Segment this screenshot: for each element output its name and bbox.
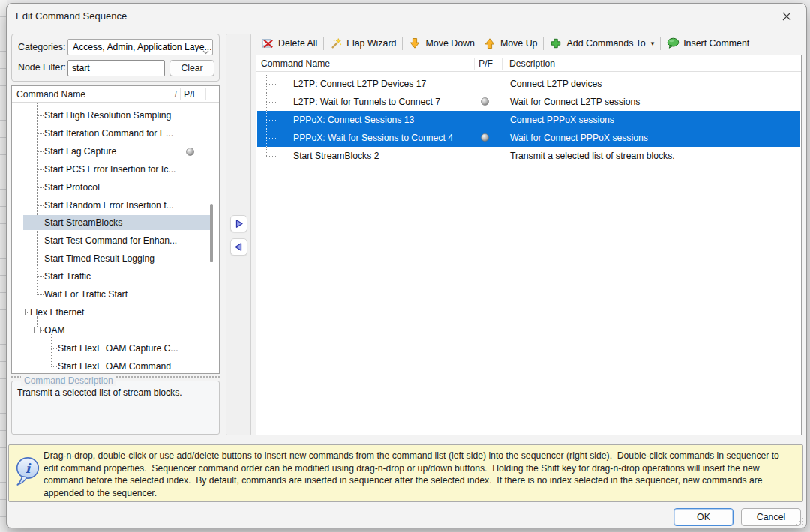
header-separator (180, 88, 181, 100)
plus-icon (550, 37, 562, 49)
move-up-button[interactable]: Move Up (479, 34, 542, 52)
collapse-minus-icon[interactable] (19, 309, 26, 315)
remove-from-sequence-button[interactable] (230, 238, 248, 256)
tree-guide-line (37, 187, 44, 188)
sequencer-row-description: Connect PPPoX sessions (510, 111, 614, 129)
tree-item-label: OAM (44, 321, 65, 339)
tree-header: Command Name / P/F (12, 86, 219, 103)
tree-item-label: Start Random Error Insertion f... (44, 196, 174, 214)
header-separator (206, 88, 206, 100)
tree-header-command-name[interactable]: Command Name (16, 89, 86, 100)
toolbar-separator (402, 37, 403, 50)
tree-guide-line (266, 84, 276, 85)
sequencer-row-description: Transmit a selected list of stream block… (510, 147, 675, 165)
tree-item[interactable]: Start Iteration Command for E... (12, 124, 219, 142)
cancel-button[interactable]: Cancel (741, 508, 801, 526)
tree-scrollbar-thumb[interactable] (210, 204, 213, 262)
close-button[interactable] (778, 10, 796, 25)
delete-table-icon (262, 37, 274, 49)
tree-item[interactable]: Start Traffic (12, 267, 219, 285)
tree-item[interactable]: Start Random Error Insertion f... (12, 196, 219, 214)
collapse-minus-icon[interactable] (34, 327, 40, 333)
tree-item[interactable]: Start Protocol (12, 178, 219, 196)
sequencer-row[interactable]: PPPoX: Wait for Sessions to Connect 4Wai… (257, 129, 800, 147)
tree-item[interactable]: Start PCS Error Insertion for Ic... (12, 160, 219, 178)
tree-guide-line (37, 294, 44, 295)
categories-dropdown[interactable]: Access, Admin, Application Laye... (68, 39, 213, 55)
insert-comment-button[interactable]: Insert Comment (662, 34, 754, 52)
command-tree-panel: Command Name / P/F Start High Resolution… (11, 85, 220, 374)
insert-comment-label: Insert Comment (683, 38, 749, 49)
tree-guide-line (37, 223, 44, 223)
categories-label: Categories: (18, 42, 65, 52)
clear-button[interactable]: Clear (170, 60, 214, 76)
header-separator (502, 58, 502, 70)
command-tree: Start High Resolution SamplingStart Iter… (12, 103, 219, 373)
sequencer-panel: Command Name P/F Description L2TP: Conne… (256, 55, 802, 435)
tree-guide-line (266, 120, 276, 121)
sequencer-row-name: PPPoX: Connect Sessions 13 (293, 111, 414, 129)
sequencer-row[interactable]: L2TP: Wait for Tunnels to Connect 7Wait … (257, 93, 800, 111)
tree-item-label: Start Timed Result Logging (44, 250, 154, 267)
wand-icon (330, 37, 343, 49)
tree-guide-line (51, 366, 57, 367)
filters-groupbox: Categories: Access, Admin, Application L… (11, 34, 220, 82)
pf-sphere-icon (481, 133, 489, 142)
tree-item[interactable]: Start Lag Capture (12, 142, 219, 160)
node-filter-input[interactable] (68, 60, 165, 76)
resize-grip[interactable] (794, 516, 804, 526)
add-to-sequence-button[interactable] (230, 215, 248, 232)
tree-guide-line (37, 115, 44, 116)
delete-all-button[interactable]: Delete All (257, 34, 322, 52)
sequencer-toolbar: Delete AllFlap WizardMove DownMove UpAdd… (257, 34, 802, 53)
sequencer-row-description: Connect L2TP devices (510, 75, 602, 93)
tree-item[interactable]: Start Test Command for Enhan... (12, 232, 219, 250)
sequencer-row-description: Wait for Connect L2TP sessions (510, 93, 640, 111)
tree-item[interactable]: Start FlexE OAM Command (12, 357, 219, 373)
tree-header-pf[interactable]: P/F (184, 89, 198, 100)
command-description-groupbox: Command Description Transmit a selected … (11, 381, 220, 435)
move-down-button[interactable]: Move Down (404, 34, 478, 52)
tree-item[interactable]: Start FlexE OAM Capture C... (12, 339, 219, 357)
sort-ascending-icon: / (175, 90, 177, 98)
tree-guide-line (37, 151, 44, 152)
toolbar-separator (660, 37, 661, 50)
sequencer-row-name: Start StreamBlocks 2 (293, 147, 379, 165)
sequencer-row[interactable]: L2TP: Connect L2TP Devices 17Connect L2T… (257, 75, 800, 93)
toolbar-separator (543, 37, 544, 50)
close-icon (782, 10, 791, 24)
pf-sphere-icon (481, 97, 489, 106)
pf-sphere-icon (186, 148, 194, 156)
tree-guide-line (266, 102, 276, 103)
triangle-left-icon (234, 242, 244, 252)
tree-guide-line (266, 156, 276, 157)
tree-guide-line (37, 169, 44, 170)
tree-item[interactable]: OAM (12, 321, 219, 339)
tree-item-label: Start StreamBlocks (44, 214, 122, 232)
tree-item[interactable]: Start StreamBlocks (12, 214, 219, 232)
sequencer-header: Command Name P/F Description (256, 55, 801, 72)
tree-guide-line (26, 312, 29, 313)
sequencer-row-name: PPPoX: Wait for Sessions to Connect 4 (293, 129, 453, 147)
sequencer-row[interactable]: PPPoX: Connect Sessions 13Connect PPPoX … (257, 111, 800, 129)
move-down-label: Move Down (425, 38, 474, 49)
tree-item[interactable]: Flex Ethernet (12, 303, 219, 321)
toolbar-separator (323, 37, 324, 50)
ok-button[interactable]: OK (674, 508, 734, 526)
edit-command-sequence-dialog: Edit Command Sequence Categories: Access… (6, 3, 807, 528)
seq-header-pf[interactable]: P/F (478, 58, 493, 69)
sequencer-row-description: Wait for Connect PPPoX sessions (510, 129, 648, 147)
seq-header-description[interactable]: Description (509, 58, 555, 69)
tree-item[interactable]: Start High Resolution Sampling (12, 106, 219, 124)
tree-guide-line (37, 205, 44, 206)
tree-item[interactable]: Start Timed Result Logging (12, 250, 219, 267)
tree-guide-line (37, 241, 44, 241)
flap-wizard-button[interactable]: Flap Wizard (326, 34, 400, 52)
info-text: Drag-n-drop, double-click or use add/del… (44, 450, 795, 499)
sequencer-row[interactable]: Start StreamBlocks 2Transmit a selected … (257, 147, 800, 165)
tree-item[interactable]: Wait For Traffic Start (12, 285, 219, 303)
arrow-down-icon (409, 37, 422, 49)
tree-item-label: Start High Resolution Sampling (44, 106, 171, 124)
add-commands-to-button[interactable]: Add Commands To▾ (545, 34, 658, 52)
seq-header-command-name[interactable]: Command Name (261, 58, 330, 69)
